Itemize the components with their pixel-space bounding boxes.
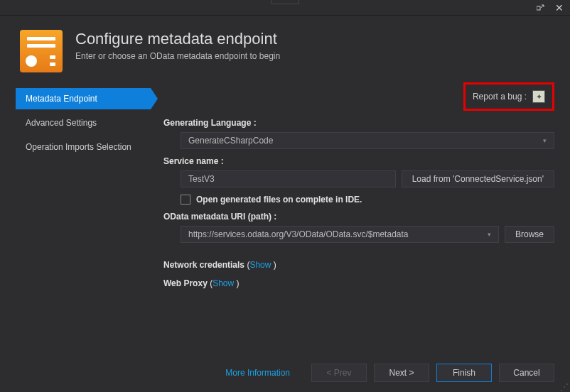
open-files-label: Open generated files on complete in IDE. [196, 195, 362, 205]
prev-button: < Prev [311, 364, 367, 382]
load-from-file-button[interactable]: Load from 'ConnectedService.json' [402, 170, 554, 187]
titlebar-drag-handle[interactable] [271, 0, 299, 4]
sidebar: Metadata Endpoint Advanced Settings Oper… [16, 88, 151, 295]
generating-language-label: Generating Language : [163, 118, 554, 128]
titlebar: ✕ [0, 0, 570, 16]
metadata-uri-label: OData metadata URI (path) : [163, 212, 554, 222]
sidebar-item-label: Advanced Settings [26, 118, 97, 128]
bug-icon[interactable]: ✦ [532, 90, 545, 103]
network-credentials-label: Network credentials [163, 260, 244, 270]
report-bug-highlight: Report a bug : ✦ [463, 82, 554, 111]
report-bug-label: Report a bug : [473, 92, 527, 102]
next-button[interactable]: Next > [374, 364, 429, 382]
svg-rect-0 [537, 6, 540, 10]
more-information-link[interactable]: More Information [225, 368, 290, 378]
metadata-uri-input[interactable]: https://services.odata.org/V3/OData/ODat… [181, 226, 499, 243]
sidebar-item-label: Operation Imports Selection [26, 142, 131, 152]
sidebar-item-label: Metadata Endpoint [26, 94, 97, 104]
page-subtitle: Enter or choose an OData metadata endpoi… [75, 51, 280, 61]
browse-button[interactable]: Browse [505, 226, 554, 243]
footer: More Information < Prev Next > Finish Ca… [0, 354, 570, 392]
web-proxy-label: Web Proxy [163, 278, 208, 288]
chevron-down-icon: ▾ [488, 231, 491, 238]
service-name-label: Service name : [163, 156, 554, 166]
show-credentials-link[interactable]: Show [249, 260, 271, 270]
open-files-checkbox[interactable] [181, 195, 190, 205]
generating-language-select[interactable]: GenerateCSharpCode ▾ [181, 132, 554, 149]
input-value: TestV3 [188, 174, 215, 184]
sidebar-item-metadata-endpoint[interactable]: Metadata Endpoint [16, 88, 151, 109]
app-icon [20, 30, 63, 72]
input-value: https://services.odata.org/V3/OData/ODat… [188, 229, 409, 239]
header: Configure metadata endpoint Enter or cho… [0, 16, 570, 84]
page-title: Configure metadata endpoint [75, 30, 280, 48]
finish-button[interactable]: Finish [436, 364, 492, 382]
cancel-button[interactable]: Cancel [499, 364, 554, 382]
sidebar-item-advanced-settings[interactable]: Advanced Settings [16, 112, 151, 134]
select-value: GenerateCSharpCode [188, 136, 273, 146]
close-icon[interactable]: ✕ [554, 3, 564, 13]
resize-grip-icon[interactable]: ⋰ [560, 382, 569, 391]
show-proxy-link[interactable]: Show [213, 278, 234, 288]
dock-icon[interactable] [536, 3, 546, 13]
service-name-input[interactable]: TestV3 [181, 170, 396, 187]
content-pane: Report a bug : ✦ Generating Language : G… [158, 88, 554, 295]
sidebar-item-operation-imports[interactable]: Operation Imports Selection [16, 136, 151, 158]
chevron-down-icon: ▾ [543, 137, 547, 144]
